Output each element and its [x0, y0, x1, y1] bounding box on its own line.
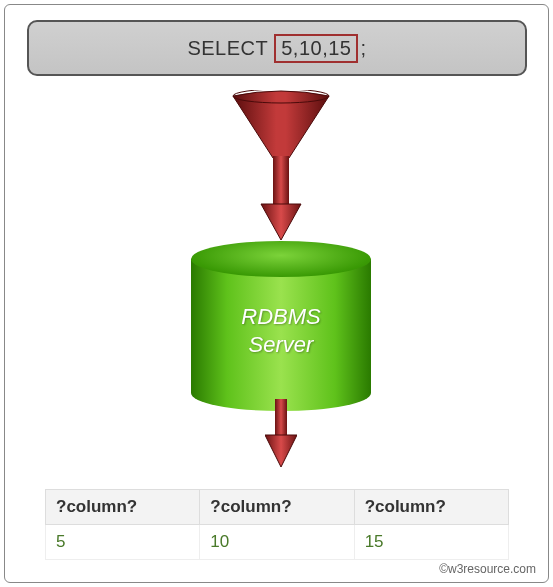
sql-statement-box: SELECT 5,10,15 ; [27, 20, 527, 76]
table-header-row: ?column? ?column? ?column? [46, 490, 509, 525]
output-arrow-icon [265, 399, 297, 469]
sql-terminator: ; [360, 37, 366, 60]
attribution-text: ©w3resource.com [439, 562, 536, 576]
svg-rect-1 [273, 156, 289, 206]
table-row: 5 10 15 [46, 525, 509, 560]
table-cell: 5 [46, 525, 200, 560]
cylinder-label-line2: Server [249, 332, 314, 357]
sql-keyword: SELECT [187, 37, 268, 60]
cylinder-top [191, 241, 371, 277]
column-header: ?column? [200, 490, 354, 525]
funnel-arrow-icon [231, 90, 331, 249]
svg-rect-2 [275, 399, 287, 437]
table-cell: 10 [200, 525, 354, 560]
sql-values-boxed: 5,10,15 [274, 34, 358, 63]
diagram-canvas: SELECT 5,10,15 ; [4, 4, 549, 583]
rdbms-cylinder: RDBMS Server [191, 241, 371, 411]
cylinder-label-line1: RDBMS [241, 304, 320, 329]
column-header: ?column? [46, 490, 200, 525]
table-cell: 15 [354, 525, 508, 560]
result-table: ?column? ?column? ?column? 5 10 15 [45, 489, 509, 560]
cylinder-label: RDBMS Server [191, 303, 371, 358]
column-header: ?column? [354, 490, 508, 525]
